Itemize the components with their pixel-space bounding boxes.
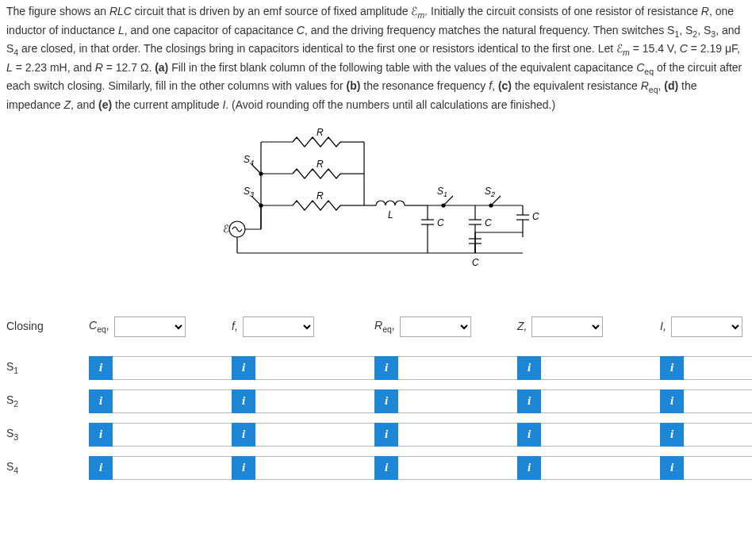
row-label: S2 bbox=[6, 392, 70, 411]
info-icon[interactable]: i bbox=[89, 456, 113, 480]
col-head-req: Req, bbox=[374, 317, 395, 336]
info-icon[interactable]: i bbox=[660, 389, 684, 413]
table-header-row: Closing Ceq, f, Req, Z, I, bbox=[6, 316, 746, 337]
svg-text:L: L bbox=[388, 209, 393, 221]
info-icon[interactable]: i bbox=[374, 356, 398, 380]
ceq-unit-select[interactable] bbox=[114, 316, 186, 337]
row-label: S3 bbox=[6, 425, 70, 444]
row-label: S4 bbox=[6, 458, 70, 478]
info-icon[interactable]: i bbox=[517, 389, 541, 413]
col-head-i: I, bbox=[660, 318, 666, 335]
info-icon[interactable]: i bbox=[232, 423, 255, 447]
i-s1-input[interactable] bbox=[684, 356, 752, 380]
table-row: S3 i i i i i bbox=[6, 423, 746, 447]
info-icon[interactable]: i bbox=[517, 456, 541, 480]
svg-text:S4: S4 bbox=[244, 154, 254, 167]
info-icon[interactable]: i bbox=[232, 456, 255, 480]
info-icon[interactable]: i bbox=[89, 423, 113, 447]
info-icon[interactable]: i bbox=[517, 356, 541, 380]
svg-text:C: C bbox=[437, 217, 444, 228]
info-icon[interactable]: i bbox=[660, 456, 684, 480]
svg-text:C: C bbox=[532, 211, 539, 222]
i-s3-input[interactable] bbox=[684, 423, 752, 447]
info-icon[interactable]: i bbox=[232, 389, 255, 413]
info-icon[interactable]: i bbox=[232, 356, 255, 380]
info-icon[interactable]: i bbox=[660, 356, 684, 380]
col-head-z: Z, bbox=[517, 318, 527, 335]
svg-text:R: R bbox=[317, 159, 324, 170]
svg-text:S3: S3 bbox=[244, 186, 254, 198]
info-icon[interactable]: i bbox=[374, 456, 398, 480]
z-unit-select[interactable] bbox=[531, 316, 603, 337]
f-unit-select[interactable] bbox=[243, 316, 314, 337]
info-icon[interactable]: i bbox=[660, 423, 684, 447]
svg-text:R: R bbox=[317, 190, 324, 201]
col-head-f: f, bbox=[232, 318, 238, 335]
info-icon[interactable]: i bbox=[517, 423, 541, 447]
info-icon[interactable]: i bbox=[374, 423, 398, 447]
answer-table: Closing Ceq, f, Req, Z, I, S1 i i i i i bbox=[6, 316, 746, 480]
i-unit-select[interactable] bbox=[671, 316, 742, 337]
info-icon[interactable]: i bbox=[89, 356, 113, 380]
circuit-diagram: R S4 R S3 R ℰ L bbox=[6, 126, 746, 297]
svg-text:ℰ: ℰ bbox=[223, 223, 229, 235]
col-head-closing: Closing bbox=[6, 318, 70, 335]
svg-text:S2: S2 bbox=[485, 186, 495, 198]
i-s2-input[interactable] bbox=[684, 389, 752, 413]
table-row: S4 i i i i i bbox=[6, 456, 746, 480]
svg-text:C: C bbox=[485, 217, 492, 228]
info-icon[interactable]: i bbox=[374, 389, 398, 413]
i-s4-input[interactable] bbox=[684, 456, 752, 480]
col-head-ceq: Ceq, bbox=[89, 317, 109, 336]
table-row: S1 i i i i i bbox=[6, 356, 746, 380]
svg-text:S1: S1 bbox=[437, 186, 447, 198]
problem-text: The figure shows an RLC circuit that is … bbox=[6, 3, 746, 113]
req-unit-select[interactable] bbox=[400, 316, 471, 337]
svg-text:R: R bbox=[317, 127, 324, 138]
info-icon[interactable]: i bbox=[89, 389, 113, 413]
row-label: S1 bbox=[6, 359, 70, 378]
svg-text:C: C bbox=[472, 257, 479, 268]
table-row: S2 i i i i i bbox=[6, 389, 746, 413]
